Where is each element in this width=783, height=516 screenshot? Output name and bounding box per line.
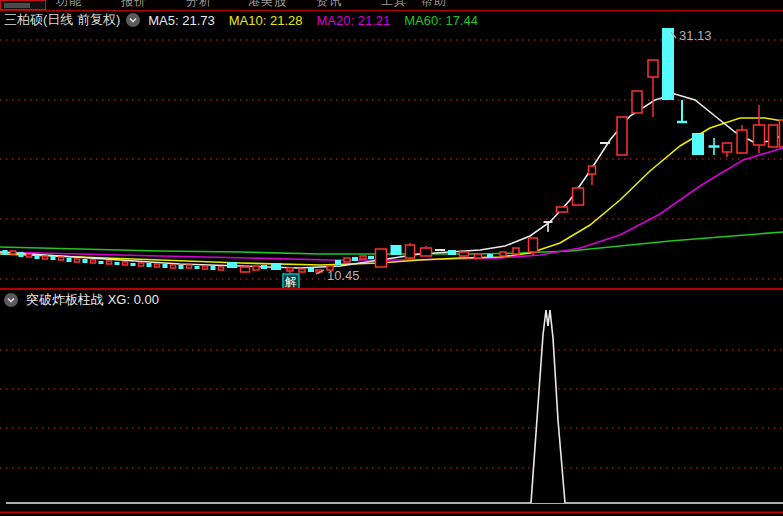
candle-down: [391, 245, 402, 255]
candle-down: [308, 268, 314, 272]
system-menu-button[interactable]: [0, 0, 46, 10]
indicator-title: 突破炸板柱战 XG: 0.00: [26, 291, 159, 309]
candle-up: [75, 259, 80, 262]
candle-up: [27, 254, 32, 257]
indicator-header: 突破炸板柱战 XG: 0.00: [4, 291, 159, 309]
menu-item[interactable]: 资讯: [316, 0, 342, 10]
candle-up: [59, 257, 64, 260]
high-price-label: 31.13: [679, 28, 712, 43]
candle-down: [83, 259, 88, 263]
menu-item[interactable]: 帮助: [421, 0, 447, 10]
candle-up: [648, 60, 658, 77]
ma-value-label: MA60: 17.44: [404, 13, 478, 28]
candle-down: [271, 263, 281, 270]
candle-down: [692, 133, 704, 155]
ma-value-label: MA5: 21.73: [148, 13, 215, 28]
top-menu-bar: 功能报价分析港美股资讯工具帮助: [0, 0, 783, 11]
candle-down: [19, 252, 24, 257]
indicator-spike: [531, 310, 565, 503]
candle-up: [769, 125, 778, 147]
candle-up: [11, 251, 16, 254]
candle-down: [368, 256, 374, 259]
candle-up: [107, 261, 112, 264]
candle-up: [737, 130, 747, 153]
candle-up: [529, 238, 538, 252]
candle-up: [155, 264, 160, 267]
candle-up: [421, 248, 432, 256]
indicator-panel[interactable]: 突破炸板柱战 XG: 0.00: [0, 290, 783, 516]
menu-item[interactable]: 功能: [56, 0, 82, 10]
candle-up: [573, 188, 584, 205]
candle-down: [35, 255, 40, 259]
candle-down: [179, 265, 184, 269]
candle-up: [43, 256, 48, 259]
candle-up: [460, 252, 469, 256]
chevron-down-icon[interactable]: [4, 293, 18, 307]
candle-down: [448, 250, 456, 255]
candle-up: [139, 263, 144, 266]
candle-up: [287, 268, 293, 271]
candle-down: [67, 258, 72, 262]
candle-down: [195, 266, 200, 269]
candle-up: [406, 245, 415, 258]
candle-up: [253, 266, 259, 270]
candle-up: [299, 269, 305, 272]
candle-down: [163, 264, 168, 268]
ma-line-ma20: [0, 148, 783, 260]
candle-up: [360, 256, 366, 259]
candle-up: [219, 267, 224, 270]
indicator-value: XG: 0.00: [108, 292, 159, 307]
candle-up: [187, 265, 192, 268]
candle-up: [780, 120, 783, 147]
candle-up: [344, 258, 350, 262]
candle-up: [617, 117, 627, 155]
menu-item[interactable]: 港美股: [248, 0, 287, 10]
candle-down: [211, 266, 216, 270]
candle-down: [227, 262, 237, 268]
menu-item[interactable]: 工具: [381, 0, 407, 10]
candle-up: [203, 266, 208, 269]
candle-up: [123, 262, 128, 265]
candlestick-chart[interactable]: 31.1310.45解: [0, 28, 783, 288]
jie-marker-text: 解: [285, 275, 297, 288]
candle-down: [487, 254, 493, 257]
candle-up: [241, 267, 250, 272]
candle-up: [500, 252, 506, 256]
menu-item[interactable]: 分析: [186, 0, 212, 10]
chevron-down-icon[interactable]: [126, 13, 140, 27]
candle-up: [513, 248, 519, 254]
candle-up: [171, 265, 176, 268]
candle-down: [99, 261, 104, 264]
candle-up: [723, 143, 732, 152]
candle-down: [662, 28, 674, 100]
candle-up: [754, 125, 765, 145]
candle-down: [335, 260, 341, 265]
candle-down: [261, 265, 267, 269]
stock-title: 三柏硕(日线 前复权): [4, 11, 120, 29]
candle-down: [352, 257, 358, 261]
ma-values-container: MA5: 21.73MA10: 21.28MA20: 21.21MA60: 17…: [148, 11, 492, 29]
candle-up: [557, 207, 568, 212]
candle-down: [147, 263, 152, 267]
low-price-label: 10.45: [327, 268, 360, 283]
candle-up: [475, 254, 482, 258]
candle-up: [91, 260, 96, 263]
candle-down: [131, 263, 136, 266]
candle-up: [376, 249, 387, 267]
candle-up: [589, 166, 596, 174]
ma-value-label: MA10: 21.28: [229, 13, 303, 28]
ma-value-label: MA20: 21.21: [317, 13, 391, 28]
candle-up: [632, 91, 642, 113]
ma-line-ma10: [0, 118, 783, 265]
indicator-canvas[interactable]: [0, 290, 783, 516]
system-menu-grip: [4, 3, 30, 8]
candle-down: [51, 256, 56, 260]
candle-down: [115, 262, 120, 265]
menu-item[interactable]: 报价: [121, 0, 147, 10]
stock-app-window: { "menu_bar": { "items": [ {"label": "功能…: [0, 0, 783, 516]
candle-down: [3, 250, 8, 255]
chart-title-bar: 三柏硕(日线 前复权) MA5: 21.73MA10: 21.28MA20: 2…: [0, 11, 783, 28]
chart-canvas[interactable]: 31.1310.45解: [0, 28, 783, 288]
